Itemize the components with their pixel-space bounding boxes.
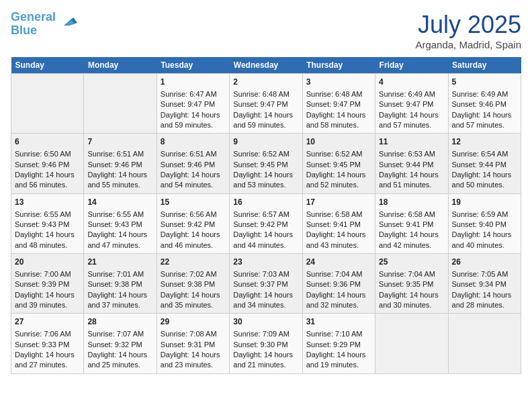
daylight-text: Daylight: 14 hours and 42 minutes.	[379, 230, 444, 250]
weekday-header: Sunday	[11, 57, 84, 74]
daylight-text: Daylight: 14 hours and 44 minutes.	[233, 230, 298, 250]
calendar-week-row: 13Sunrise: 6:55 AMSunset: 9:43 PMDayligh…	[11, 193, 521, 253]
sunrise-text: Sunrise: 6:57 AM	[233, 210, 298, 220]
sunrise-text: Sunrise: 7:08 AM	[161, 329, 226, 339]
calendar-cell: 5Sunrise: 6:49 AMSunset: 9:46 PMDaylight…	[448, 74, 521, 134]
sunrise-text: Sunrise: 6:51 AM	[161, 149, 226, 159]
day-number: 22	[161, 257, 226, 268]
daylight-text: Daylight: 14 hours and 59 minutes.	[233, 110, 298, 131]
calendar-cell: 3Sunrise: 6:48 AMSunset: 9:47 PMDaylight…	[302, 74, 375, 134]
logo-icon	[58, 11, 79, 31]
daylight-text: Daylight: 14 hours and 23 minutes.	[161, 350, 226, 371]
calendar-week-row: 6Sunrise: 6:50 AMSunset: 9:46 PMDaylight…	[11, 134, 521, 193]
calendar-cell: 31Sunrise: 7:10 AMSunset: 9:29 PMDayligh…	[302, 314, 375, 373]
daylight-text: Daylight: 14 hours and 53 minutes.	[233, 170, 298, 191]
weekday-header: Friday	[375, 57, 448, 74]
sunset-text: Sunset: 9:47 PM	[306, 99, 371, 109]
daylight-text: Daylight: 14 hours and 58 minutes.	[306, 110, 371, 131]
sunset-text: Sunset: 9:37 PM	[233, 279, 298, 289]
calendar-cell: 25Sunrise: 7:04 AMSunset: 9:35 PMDayligh…	[375, 254, 448, 314]
sunset-text: Sunset: 9:46 PM	[15, 160, 80, 170]
calendar-cell: 22Sunrise: 7:02 AMSunset: 9:38 PMDayligh…	[157, 254, 229, 314]
day-number: 23	[233, 257, 298, 268]
day-number: 18	[379, 197, 444, 208]
daylight-text: Daylight: 14 hours and 56 minutes.	[15, 170, 80, 191]
sunrise-text: Sunrise: 6:56 AM	[161, 210, 226, 220]
calendar-cell: 2Sunrise: 6:48 AMSunset: 9:47 PMDaylight…	[230, 74, 302, 134]
sunset-text: Sunset: 9:44 PM	[452, 160, 517, 170]
title-block: July 2025 Arganda, Madrid, Spain	[415, 11, 521, 50]
sunset-text: Sunset: 9:33 PM	[15, 340, 80, 350]
sunset-text: Sunset: 9:40 PM	[452, 220, 517, 230]
day-number: 13	[15, 197, 80, 208]
calendar-week-row: 20Sunrise: 7:00 AMSunset: 9:39 PMDayligh…	[11, 254, 521, 314]
sunset-text: Sunset: 9:47 PM	[379, 99, 444, 109]
weekday-header: Monday	[84, 57, 157, 74]
sunrise-text: Sunrise: 6:54 AM	[452, 149, 517, 159]
calendar-cell: 17Sunrise: 6:58 AMSunset: 9:41 PMDayligh…	[302, 193, 375, 253]
daylight-text: Daylight: 14 hours and 30 minutes.	[379, 290, 444, 311]
sunset-text: Sunset: 9:34 PM	[452, 279, 517, 289]
day-number: 6	[15, 136, 80, 148]
calendar-cell: 24Sunrise: 7:04 AMSunset: 9:36 PMDayligh…	[302, 254, 375, 314]
sunrise-text: Sunrise: 6:58 AM	[306, 210, 371, 220]
logo: General Blue	[11, 11, 79, 38]
calendar-cell	[448, 314, 521, 373]
calendar-cell: 20Sunrise: 7:00 AMSunset: 9:39 PMDayligh…	[11, 254, 84, 314]
daylight-text: Daylight: 14 hours and 35 minutes.	[161, 290, 226, 311]
calendar-cell: 30Sunrise: 7:09 AMSunset: 9:30 PMDayligh…	[230, 314, 302, 373]
calendar-cell: 8Sunrise: 6:51 AMSunset: 9:46 PMDaylight…	[157, 134, 229, 193]
calendar-cell: 4Sunrise: 6:49 AMSunset: 9:47 PMDaylight…	[375, 74, 448, 134]
logo-text: General Blue	[11, 11, 56, 38]
daylight-text: Daylight: 14 hours and 34 minutes.	[233, 290, 298, 311]
month-title: July 2025	[415, 11, 521, 39]
daylight-text: Daylight: 14 hours and 21 minutes.	[233, 350, 298, 371]
calendar-cell: 28Sunrise: 7:07 AMSunset: 9:32 PMDayligh…	[84, 314, 157, 373]
sunset-text: Sunset: 9:47 PM	[233, 99, 298, 109]
day-number: 10	[306, 136, 371, 148]
sunset-text: Sunset: 9:46 PM	[87, 160, 152, 170]
daylight-text: Daylight: 14 hours and 54 minutes.	[161, 170, 226, 191]
logo-line1: General	[11, 10, 56, 24]
sunset-text: Sunset: 9:35 PM	[379, 279, 444, 289]
daylight-text: Daylight: 14 hours and 37 minutes.	[87, 290, 152, 311]
sunrise-text: Sunrise: 7:09 AM	[233, 329, 298, 339]
calendar-cell	[375, 314, 448, 373]
daylight-text: Daylight: 14 hours and 55 minutes.	[87, 170, 152, 191]
daylight-text: Daylight: 14 hours and 47 minutes.	[87, 230, 152, 250]
sunset-text: Sunset: 9:31 PM	[161, 340, 226, 350]
sunrise-text: Sunrise: 6:47 AM	[161, 89, 226, 99]
weekday-header: Saturday	[448, 57, 521, 74]
sunrise-text: Sunrise: 7:01 AM	[87, 269, 152, 279]
sunrise-text: Sunrise: 6:49 AM	[379, 89, 444, 99]
daylight-text: Daylight: 14 hours and 59 minutes.	[161, 110, 226, 131]
daylight-text: Daylight: 14 hours and 52 minutes.	[306, 170, 371, 191]
day-number: 21	[87, 257, 152, 268]
sunrise-text: Sunrise: 7:03 AM	[233, 269, 298, 279]
weekday-header: Thursday	[302, 57, 375, 74]
calendar-cell	[84, 74, 157, 134]
sunset-text: Sunset: 9:32 PM	[87, 340, 152, 350]
calendar-table: SundayMondayTuesdayWednesdayThursdayFrid…	[11, 57, 521, 374]
sunset-text: Sunset: 9:43 PM	[87, 220, 152, 230]
day-number: 20	[15, 257, 80, 268]
calendar-week-row: 27Sunrise: 7:06 AMSunset: 9:33 PMDayligh…	[11, 314, 521, 373]
day-number: 11	[379, 136, 444, 148]
sunset-text: Sunset: 9:46 PM	[161, 160, 226, 170]
day-number: 2	[233, 77, 298, 88]
day-number: 24	[306, 257, 371, 268]
sunrise-text: Sunrise: 6:55 AM	[15, 210, 80, 220]
day-number: 1	[161, 77, 226, 88]
calendar-cell: 11Sunrise: 6:53 AMSunset: 9:44 PMDayligh…	[375, 134, 448, 193]
sunset-text: Sunset: 9:29 PM	[306, 340, 371, 350]
daylight-text: Daylight: 14 hours and 39 minutes.	[15, 290, 80, 311]
calendar-cell: 15Sunrise: 6:56 AMSunset: 9:42 PMDayligh…	[157, 193, 229, 253]
weekday-header: Tuesday	[157, 57, 229, 74]
sunrise-text: Sunrise: 7:04 AM	[306, 269, 371, 279]
calendar-cell: 29Sunrise: 7:08 AMSunset: 9:31 PMDayligh…	[157, 314, 229, 373]
daylight-text: Daylight: 14 hours and 48 minutes.	[15, 230, 80, 250]
sunset-text: Sunset: 9:38 PM	[87, 279, 152, 289]
calendar-cell: 23Sunrise: 7:03 AMSunset: 9:37 PMDayligh…	[230, 254, 302, 314]
day-number: 30	[233, 316, 298, 328]
day-number: 26	[452, 257, 517, 268]
